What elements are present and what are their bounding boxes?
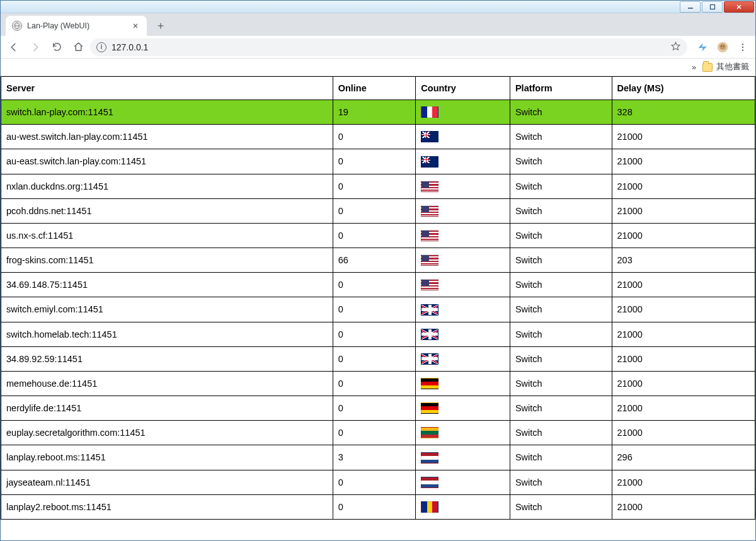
home-button[interactable]	[69, 38, 88, 57]
cell-platform: Switch	[510, 322, 612, 346]
bookmark-overflow-button[interactable]: »	[692, 63, 696, 72]
cell-delay: 21000	[612, 371, 755, 396]
tab-close-button[interactable]	[130, 21, 140, 31]
col-header-server[interactable]: Server	[1, 77, 333, 100]
window-titlebar	[1, 1, 755, 13]
cell-platform: Switch	[510, 470, 612, 494]
other-bookmarks-button[interactable]: 其他書籤	[702, 62, 749, 72]
svg-point-17	[742, 49, 743, 50]
cell-server: pcoh.ddns.net:11451	[1, 198, 333, 223]
arrow-left-icon	[8, 42, 20, 53]
cell-country	[416, 248, 510, 273]
table-row[interactable]: 34.89.92.59:114510Switch21000	[1, 346, 755, 371]
forward-button[interactable]	[26, 38, 45, 57]
cell-online: 0	[333, 174, 416, 198]
address-bar[interactable]: i 127.0.0.1	[90, 38, 687, 56]
table-row[interactable]: au-east.switch.lan-play.com:114510Switch…	[1, 149, 755, 174]
back-button[interactable]	[4, 38, 23, 57]
cell-server: switch.emiyl.com:11451	[1, 297, 333, 322]
table-row[interactable]: frog-skins.com:1145166Switch203	[1, 248, 755, 273]
cell-platform: Switch	[510, 248, 612, 273]
maximize-icon	[709, 4, 716, 10]
site-info-icon[interactable]: i	[96, 42, 106, 52]
new-tab-button[interactable]	[152, 17, 169, 35]
cell-online: 0	[333, 198, 416, 223]
cell-platform: Switch	[510, 396, 612, 421]
bookmark-star-button[interactable]	[670, 41, 681, 54]
window-maximize-button[interactable]	[702, 1, 723, 13]
browser-menu-button[interactable]	[734, 38, 752, 56]
flag-icon	[421, 230, 438, 241]
table-row[interactable]: 34.69.148.75:114510Switch21000	[1, 273, 755, 297]
browser-tab[interactable]: Lan-Play (WebUI)	[6, 16, 147, 36]
cell-server: memehouse.de:11451	[1, 371, 333, 396]
cell-delay: 21000	[612, 223, 755, 248]
flag-icon	[421, 427, 438, 438]
col-header-platform[interactable]: Platform	[510, 77, 612, 100]
col-header-country[interactable]: Country	[416, 77, 510, 100]
cell-country	[416, 421, 510, 445]
flag-icon	[421, 452, 438, 464]
cell-online: 0	[333, 396, 416, 421]
flag-icon	[421, 279, 438, 290]
cell-platform: Switch	[510, 174, 612, 198]
cell-delay: 203	[612, 248, 755, 273]
table-row[interactable]: lanplay2.reboot.ms:114510Switch21000	[1, 494, 755, 519]
cell-country	[416, 273, 510, 297]
table-row[interactable]: nxlan.duckdns.org:114510Switch21000	[1, 174, 755, 198]
close-icon	[132, 23, 139, 29]
table-row[interactable]: switch.emiyl.com:114510Switch21000	[1, 297, 755, 322]
window-close-button[interactable]	[724, 1, 754, 13]
close-icon	[736, 4, 742, 10]
server-table: Server Online Country Platform Delay (MS…	[1, 76, 755, 520]
star-icon	[670, 41, 681, 52]
flag-icon	[421, 402, 438, 414]
cell-online: 0	[333, 273, 416, 297]
window-minimize-button[interactable]	[680, 1, 701, 13]
cell-delay: 21000	[612, 421, 755, 445]
profile-avatar[interactable]	[714, 38, 731, 56]
table-row[interactable]: au-west.switch.lan-play.com:114510Switch…	[1, 125, 755, 149]
table-header-row: Server Online Country Platform Delay (MS…	[1, 77, 755, 100]
cell-server: frog-skins.com:11451	[1, 248, 333, 273]
cell-platform: Switch	[510, 223, 612, 248]
table-row[interactable]: jayseateam.nl:114510Switch21000	[1, 470, 755, 494]
table-row[interactable]: memehouse.de:114510Switch21000	[1, 371, 755, 396]
extension-icon-1[interactable]	[694, 38, 711, 56]
cell-server: switch.homelab.tech:11451	[1, 322, 333, 346]
cell-country	[416, 174, 510, 198]
cell-online: 0	[333, 494, 416, 519]
cell-country	[416, 371, 510, 396]
cell-country	[416, 346, 510, 371]
plus-icon	[156, 21, 165, 30]
flag-icon	[421, 304, 438, 316]
table-row[interactable]: switch.homelab.tech:114510Switch21000	[1, 322, 755, 346]
cell-delay: 21000	[612, 198, 755, 223]
cell-online: 66	[333, 248, 416, 273]
page-viewport[interactable]: Server Online Country Platform Delay (MS…	[1, 76, 755, 540]
col-header-delay[interactable]: Delay (MS)	[612, 77, 755, 100]
cell-online: 0	[333, 149, 416, 174]
table-row[interactable]: switch.lan-play.com:1145119Switch328	[1, 100, 755, 125]
svg-point-16	[742, 46, 743, 47]
cell-country	[416, 297, 510, 322]
table-row[interactable]: nerdylife.de:114510Switch21000	[1, 396, 755, 421]
tabstrip: Lan-Play (WebUI)	[1, 13, 755, 36]
col-header-online[interactable]: Online	[333, 77, 416, 100]
browser-toolbar: i 127.0.0.1	[1, 36, 755, 59]
reload-button[interactable]	[47, 38, 66, 57]
cell-delay: 21000	[612, 297, 755, 322]
cell-delay: 21000	[612, 174, 755, 198]
cell-server: au-east.switch.lan-play.com:11451	[1, 149, 333, 174]
cell-platform: Switch	[510, 421, 612, 445]
cell-platform: Switch	[510, 149, 612, 174]
tab-title: Lan-Play (WebUI)	[27, 21, 89, 30]
table-row[interactable]: euplay.secretalgorithm.com:114510Switch2…	[1, 421, 755, 445]
table-row[interactable]: us.nx-s.cf:114510Switch21000	[1, 223, 755, 248]
table-row[interactable]: pcoh.ddns.net:114510Switch21000	[1, 198, 755, 223]
cell-delay: 21000	[612, 322, 755, 346]
table-row[interactable]: lanplay.reboot.ms:114513Switch296	[1, 445, 755, 470]
cell-server: euplay.secretalgorithm.com:11451	[1, 421, 333, 445]
cell-server: 34.89.92.59:11451	[1, 346, 333, 371]
cell-online: 0	[333, 322, 416, 346]
